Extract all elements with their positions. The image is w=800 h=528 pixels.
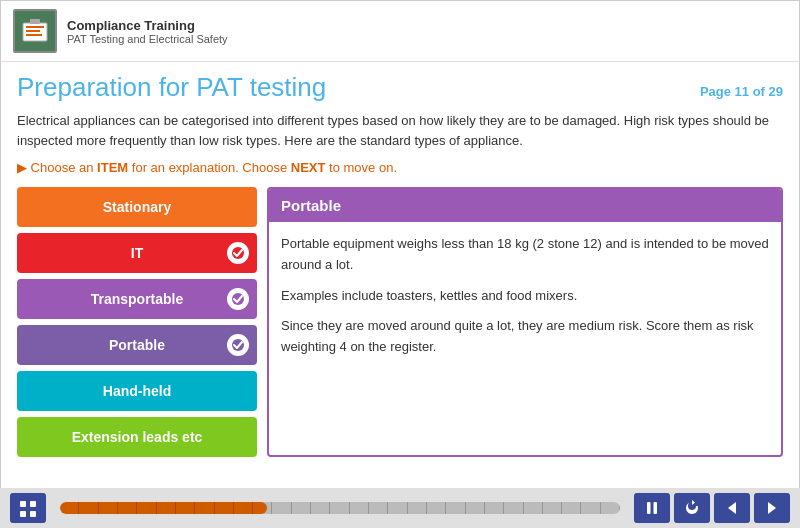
item-extension[interactable]: Extension leads etc xyxy=(17,417,257,457)
svg-rect-13 xyxy=(654,502,658,514)
app-icon xyxy=(13,9,57,53)
handheld-label: Hand-held xyxy=(103,383,171,399)
svg-rect-4 xyxy=(30,19,40,24)
progress-bar xyxy=(60,502,620,514)
progress-ticks xyxy=(60,502,620,514)
svg-rect-11 xyxy=(30,511,36,517)
svg-rect-3 xyxy=(26,34,42,36)
item-handheld[interactable]: Hand-held xyxy=(17,371,257,411)
pause-button[interactable] xyxy=(634,493,670,523)
svg-rect-10 xyxy=(20,511,26,517)
it-label: IT xyxy=(131,245,143,261)
stationary-label: Stationary xyxy=(103,199,171,215)
info-panel: Portable Portable equipment weighs less … xyxy=(267,187,783,457)
header: Compliance Training PAT Testing and Elec… xyxy=(1,1,799,62)
portable-check-icon xyxy=(227,334,249,356)
svg-rect-2 xyxy=(26,30,40,32)
svg-rect-12 xyxy=(647,502,651,514)
extension-label: Extension leads etc xyxy=(72,429,203,445)
info-para-3: Since they are moved around quite a lot,… xyxy=(281,316,769,358)
header-text: Compliance Training PAT Testing and Elec… xyxy=(67,18,228,45)
info-para-2: Examples include toasters, kettles and f… xyxy=(281,286,769,307)
info-panel-title: Portable xyxy=(269,189,781,222)
item-portable[interactable]: Portable xyxy=(17,325,257,365)
instruction-text: ▶ Choose an ITEM for an explanation. Cho… xyxy=(17,160,783,175)
app-subtitle: PAT Testing and Electrical Safety xyxy=(67,33,228,45)
svg-rect-1 xyxy=(26,26,44,28)
svg-rect-8 xyxy=(20,501,26,507)
refresh-button[interactable] xyxy=(674,493,710,523)
item-transportable[interactable]: Transportable xyxy=(17,279,257,319)
page-number: Page 11 of 29 xyxy=(700,84,783,99)
item-it[interactable]: IT xyxy=(17,233,257,273)
svg-rect-9 xyxy=(30,501,36,507)
next-button[interactable] xyxy=(754,493,790,523)
menu-button[interactable] xyxy=(10,493,46,523)
title-row: Preparation for PAT testing Page 11 of 2… xyxy=(17,72,783,103)
footer-controls xyxy=(634,493,790,523)
description-text: Electrical appliances can be categorised… xyxy=(17,111,783,150)
info-para-1: Portable equipment weighs less than 18 k… xyxy=(281,234,769,276)
item-list: Stationary IT Transportable xyxy=(17,187,257,457)
footer xyxy=(0,488,800,528)
svg-marker-14 xyxy=(728,502,736,514)
portable-label: Portable xyxy=(109,337,165,353)
content-area: Stationary IT Transportable xyxy=(17,187,783,457)
back-button[interactable] xyxy=(714,493,750,523)
svg-marker-15 xyxy=(768,502,776,514)
transportable-check-icon xyxy=(227,288,249,310)
transportable-label: Transportable xyxy=(91,291,184,307)
item-stationary[interactable]: Stationary xyxy=(17,187,257,227)
it-check-icon xyxy=(227,242,249,264)
main-content: Preparation for PAT testing Page 11 of 2… xyxy=(1,62,799,467)
app-title: Compliance Training xyxy=(67,18,228,33)
info-panel-body: Portable equipment weighs less than 18 k… xyxy=(269,222,781,370)
page-title: Preparation for PAT testing xyxy=(17,72,326,103)
